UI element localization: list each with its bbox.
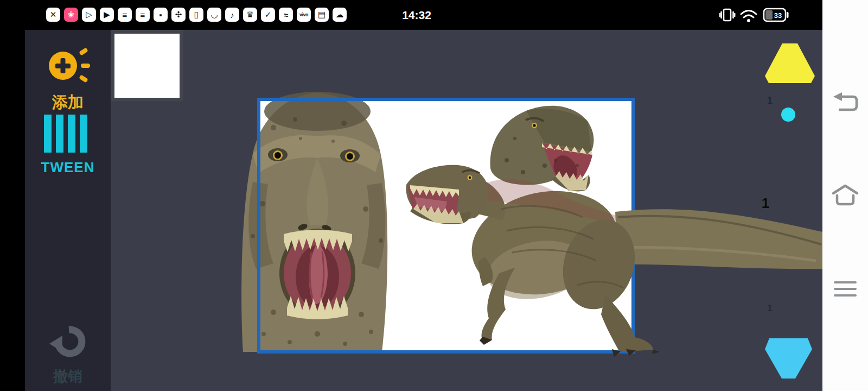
frame-thumbnail[interactable] (111, 30, 183, 101)
tool-sidebar: 添加 TWEEN 撤销 (25, 30, 111, 391)
menu-icon (833, 280, 858, 298)
nav-home-button[interactable] (830, 179, 860, 210)
timeline-shape-cyan-diamond[interactable] (765, 338, 812, 379)
app-screen: ✕ ❀ ▷ ▶ ≡ ≡ ▪ ✣ ▯ ◡ ♪ ♛ ✓ ≈ vivo ▤ ☁ 14:… (0, 0, 868, 391)
add-plus-icon (43, 42, 92, 86)
undo-button-label: 撤销 (53, 367, 82, 386)
nav-back-button[interactable] (830, 88, 860, 118)
back-icon (831, 92, 859, 114)
nav-menu-button[interactable] (830, 274, 860, 304)
screen-bezel (0, 30, 25, 391)
track1-frame-count: 1 (761, 95, 778, 106)
status-bar: ✕ ❀ ▷ ▶ ≡ ≡ ▪ ✣ ▯ ◡ ♪ ♛ ✓ ≈ vivo ▤ ☁ 14:… (0, 0, 822, 30)
stage-area[interactable]: 1 1 1 (111, 30, 822, 391)
undo-icon (48, 322, 87, 362)
vibrate-icon (720, 9, 735, 21)
battery-percent: 33 (774, 11, 782, 20)
battery-icon: 33 (764, 9, 789, 21)
system-status-icons: 33 (719, 5, 790, 25)
undo-button[interactable]: 撤销 (25, 322, 111, 386)
tween-button-label: TWEEN (41, 159, 95, 176)
timeline-keyframe-dot[interactable] (780, 106, 797, 123)
current-frame-number: 1 (757, 195, 774, 212)
add-button[interactable]: 添加 (25, 42, 111, 113)
home-icon (831, 182, 859, 206)
frame-thumbnail-preview (114, 34, 180, 98)
tween-bars-icon (44, 115, 92, 153)
track2-frame-count: 1 (761, 303, 778, 314)
wifi-icon (741, 11, 756, 23)
canvas-artwork[interactable] (111, 30, 822, 391)
add-button-label: 添加 (52, 92, 84, 113)
trex-front-head-image[interactable] (241, 92, 387, 352)
tween-button[interactable]: TWEEN (25, 115, 111, 176)
clock: 14:32 (0, 0, 833, 30)
timeline-shape-yellow-hexagon[interactable] (765, 43, 815, 83)
android-nav-bar (822, 0, 868, 391)
